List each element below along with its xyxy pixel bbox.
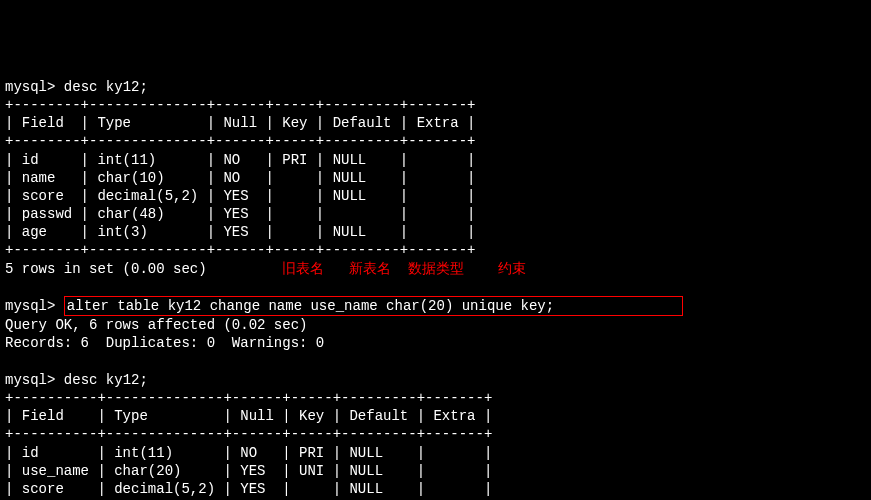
table-row: | score | decimal(5,2) | YES | | NULL | … <box>5 481 492 497</box>
table-separator: +--------+--------------+------+-----+--… <box>5 242 475 258</box>
annotation-old-name: 旧表名 <box>282 261 324 277</box>
mysql-prompt: mysql> <box>5 79 64 95</box>
result-footer: 5 rows in set (0.00 sec) <box>5 261 207 277</box>
table-row: | passwd | char(48) | YES | | | | <box>5 206 475 222</box>
mysql-prompt: mysql> <box>5 298 64 314</box>
table-row: | name | char(10) | NO | | NULL | | <box>5 170 475 186</box>
highlighted-command-box: alter table ky12 change name use_name ch… <box>64 296 683 316</box>
table-separator: +----------+--------------+------+-----+… <box>5 426 492 442</box>
sql-command-desc2[interactable]: desc ky12; <box>64 372 148 388</box>
sql-command-alter[interactable]: alter table ky12 change name use_name ch… <box>67 298 554 314</box>
table-row: | id | int(11) | NO | PRI | NULL | | <box>5 152 475 168</box>
table-header: | Field | Type | Null | Key | Default | … <box>5 408 492 424</box>
annotation-constraint: 约束 <box>498 261 526 277</box>
table-header: | Field | Type | Null | Key | Default | … <box>5 115 475 131</box>
table-separator: +--------+--------------+------+-----+--… <box>5 97 475 113</box>
terminal-output: mysql> desc ky12; +--------+------------… <box>5 78 866 500</box>
query-result-line1: Query OK, 6 rows affected (0.02 sec) <box>5 317 307 333</box>
mysql-prompt: mysql> <box>5 372 64 388</box>
annotation-data-type: 数据类型 <box>408 261 464 277</box>
table-row: | id | int(11) | NO | PRI | NULL | | <box>5 445 492 461</box>
query-result-line2: Records: 6 Duplicates: 0 Warnings: 0 <box>5 335 324 351</box>
annotation-new-name: 新表名 <box>349 261 391 277</box>
table-separator: +--------+--------------+------+-----+--… <box>5 133 475 149</box>
sql-command-desc1[interactable]: desc ky12; <box>64 79 148 95</box>
table-row: | score | decimal(5,2) | YES | | NULL | … <box>5 188 475 204</box>
table-row: | use_name | char(20) | YES | UNI | NULL… <box>5 463 492 479</box>
table-separator: +----------+--------------+------+-----+… <box>5 390 492 406</box>
table-row: | age | int(3) | YES | | NULL | | <box>5 224 475 240</box>
